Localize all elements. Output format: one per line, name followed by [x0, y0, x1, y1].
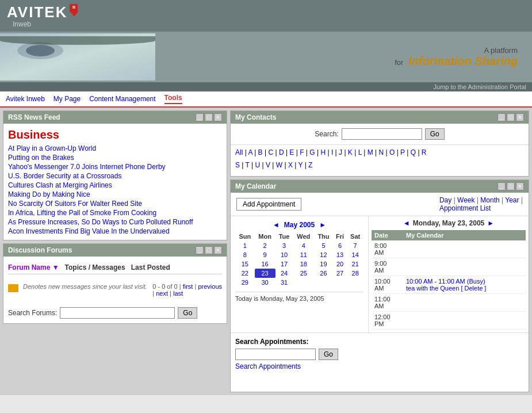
alpha-t[interactable]: T	[246, 161, 250, 169]
alpha-j[interactable]: J	[339, 148, 342, 156]
nav-my-page[interactable]: My Page	[53, 95, 81, 103]
pagination-prev[interactable]: previous	[198, 283, 222, 290]
alpha-n[interactable]: N	[379, 148, 384, 156]
contacts-search-input[interactable]	[342, 128, 422, 140]
search-appt-link[interactable]: Search Appointments	[235, 362, 301, 370]
delete-event-link[interactable]: Delete	[465, 285, 483, 292]
cal-day[interactable]: 18	[293, 259, 314, 269]
alpha-x[interactable]: X	[288, 161, 293, 169]
rss-link-7[interactable]: In Africa, Lifting the Pall of Smoke Fro…	[8, 209, 222, 217]
cal-day[interactable]: 13	[333, 250, 347, 259]
alpha-e[interactable]: E	[289, 148, 294, 156]
cal-day[interactable]: 4	[293, 241, 314, 250]
cal-day[interactable]: 12	[314, 250, 333, 259]
cal-day[interactable]: 17	[275, 259, 293, 269]
cal-day[interactable]: 11	[293, 250, 314, 259]
calendar-minimize-icon[interactable]: _	[497, 182, 506, 190]
rss-link-4[interactable]: Cultures Clash at Merging Airlines	[8, 181, 222, 189]
cal-day[interactable]: 29	[235, 278, 255, 287]
nav-tools[interactable]: Tools	[164, 94, 182, 104]
alpha-o[interactable]: O	[389, 148, 395, 156]
view-week[interactable]: Week	[457, 196, 474, 204]
search-appt-input[interactable]	[235, 349, 316, 360]
cal-day[interactable]: 25	[293, 269, 314, 278]
add-appointment-button[interactable]: Add Appointment	[236, 198, 301, 211]
cal-day[interactable]: 15	[235, 259, 255, 269]
alpha-v[interactable]: V	[266, 161, 270, 169]
alpha-r[interactable]: R	[422, 148, 427, 156]
view-appt-list[interactable]: Appointment List	[439, 204, 491, 212]
cal-day[interactable]: 30	[255, 278, 275, 287]
alpha-c[interactable]: C	[268, 148, 273, 156]
forums-search-input[interactable]	[60, 307, 175, 319]
cal-day[interactable]: 28	[347, 269, 363, 278]
cal-day[interactable]: 10	[275, 250, 293, 259]
cal-day[interactable]: 24	[275, 269, 293, 278]
cal-day[interactable]: 1	[235, 241, 255, 250]
cal-day[interactable]: 26	[314, 269, 333, 278]
cal-day[interactable]: 27	[333, 269, 347, 278]
rss-restore-icon[interactable]: □	[205, 113, 213, 121]
contacts-close-icon[interactable]: ✕	[516, 113, 524, 121]
cal-day[interactable]: 31	[275, 278, 293, 287]
alpha-b[interactable]: B	[258, 148, 263, 156]
rss-link-1[interactable]: Putting on the Brakes	[8, 154, 222, 162]
rss-link-6[interactable]: No Scarcity Of Suitors For Walter Reed S…	[8, 200, 222, 208]
contacts-minimize-icon[interactable]: _	[497, 113, 506, 121]
event-cell-10am[interactable]: 10:00 AM - 11:00 AM (Busy)tea with the Q…	[403, 276, 526, 294]
alpha-g[interactable]: G	[309, 148, 315, 156]
day-next-icon[interactable]: ►	[487, 219, 494, 227]
cal-day[interactable]: 7	[347, 241, 363, 250]
pagination-first[interactable]: first	[183, 283, 193, 290]
alpha-y[interactable]: Y	[298, 161, 303, 169]
cal-day[interactable]: 8	[235, 250, 255, 259]
contacts-search-button[interactable]: Go	[425, 128, 445, 140]
cal-day[interactable]: 16	[255, 259, 275, 269]
mini-cal-next[interactable]: ►	[319, 221, 326, 229]
alpha-p[interactable]: P	[400, 148, 405, 156]
rss-link-5[interactable]: Making Do by Making Nice	[8, 190, 222, 198]
view-year[interactable]: Year	[505, 196, 519, 204]
nav-content-management[interactable]: Content Management	[89, 95, 155, 103]
cal-day[interactable]: 14	[347, 250, 363, 259]
alpha-a[interactable]: A	[248, 148, 252, 156]
cal-day[interactable]: 3	[275, 241, 293, 250]
cal-day[interactable]: 2	[255, 241, 275, 250]
mini-cal-prev[interactable]: ◄	[273, 221, 280, 229]
search-appt-button[interactable]: Go	[319, 349, 338, 360]
alpha-u[interactable]: U	[255, 161, 261, 169]
calendar-close-icon[interactable]: ✕	[516, 182, 524, 190]
pagination-next[interactable]: next	[156, 290, 168, 297]
cal-day[interactable]: 21	[347, 259, 363, 269]
alpha-m[interactable]: M	[368, 148, 373, 156]
pagination-last[interactable]: last	[173, 290, 183, 297]
cal-day[interactable]: 20	[333, 259, 347, 269]
calendar-restore-icon[interactable]: □	[507, 182, 515, 190]
admin-bar[interactable]: Jump to the Administration Portal	[0, 82, 532, 91]
cal-day[interactable]: 9	[255, 250, 275, 259]
rss-link-3[interactable]: U.S. Border Security at a Crossroads	[8, 172, 222, 180]
cal-day[interactable]: 19	[314, 259, 333, 269]
alpha-all[interactable]: All	[235, 148, 243, 156]
alpha-f[interactable]: F	[300, 148, 304, 156]
alpha-s[interactable]: S	[235, 161, 240, 169]
cal-day-today[interactable]: 23	[255, 269, 275, 278]
forums-close-icon[interactable]: ✕	[214, 246, 222, 254]
forums-minimize-icon[interactable]: _	[196, 246, 204, 254]
forums-search-button[interactable]: Go	[178, 307, 197, 319]
alpha-q[interactable]: Q	[411, 148, 416, 156]
rss-close-icon[interactable]: ✕	[214, 113, 222, 121]
cal-day[interactable]: 22	[235, 269, 255, 278]
cal-day[interactable]: 5	[314, 241, 333, 250]
admin-portal-link[interactable]: Jump to the Administration Portal	[434, 83, 526, 90]
rss-minimize-icon[interactable]: _	[196, 113, 204, 121]
alpha-z[interactable]: Z	[308, 161, 312, 169]
rss-link-0[interactable]: At Play in a Grown-Up World	[8, 144, 222, 152]
alpha-k[interactable]: K	[348, 148, 353, 156]
view-day[interactable]: Day	[439, 196, 451, 204]
view-month[interactable]: Month	[480, 196, 499, 204]
cal-day[interactable]: 6	[333, 241, 347, 250]
rss-link-9[interactable]: Acon Investments Find Big Value In the U…	[8, 227, 222, 235]
contacts-restore-icon[interactable]: □	[507, 113, 515, 121]
alpha-l[interactable]: L	[358, 148, 362, 156]
